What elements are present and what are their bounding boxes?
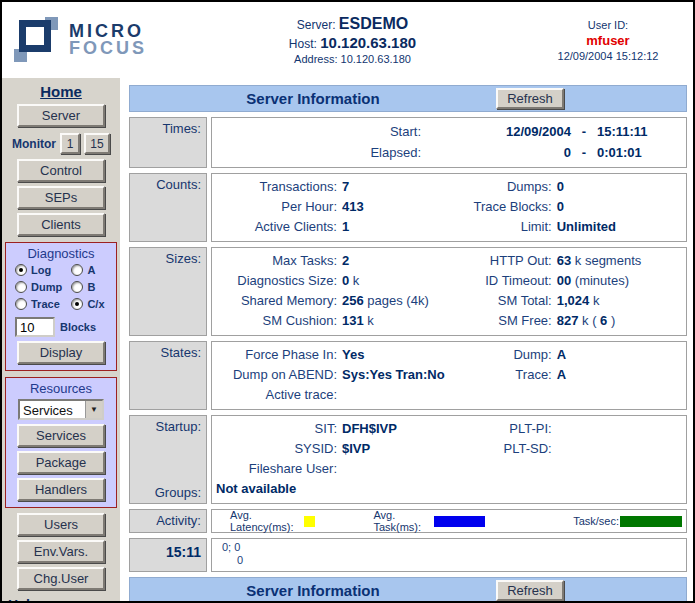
refresh-button-top[interactable]: Refresh xyxy=(496,88,564,109)
blocks-label: Blocks xyxy=(60,321,96,333)
resources-select[interactable]: Services ▼ xyxy=(18,399,104,420)
times-cell: Start:12/09/2004-15:11:11 Elapsed:0-0:01… xyxy=(211,117,687,168)
help-label: Help xyxy=(8,597,120,601)
radio-dump-control[interactable] xyxy=(15,281,27,293)
page-title: Server Information xyxy=(130,90,496,107)
header: MICRO FOCUS Server: ESDEMO Host: 10.120.… xyxy=(2,2,693,78)
user-id-value: mfuser xyxy=(533,33,683,48)
radio-b[interactable]: B xyxy=(71,281,114,293)
radio-trace[interactable]: Trace xyxy=(15,298,71,310)
activity-row: Activity: Avg. Latency(ms): Avg. Task(ms… xyxy=(129,509,687,533)
main-panel: Server Information Refresh Times: Start:… xyxy=(120,78,693,601)
display-button[interactable]: Display xyxy=(17,341,105,364)
timeline-value-1: 0; 0 xyxy=(216,541,682,554)
latency-color-swatch xyxy=(304,516,316,527)
task-sec-legend-label: Task/sec: xyxy=(573,515,619,527)
resources-select-value: Services xyxy=(20,401,85,418)
radio-cx[interactable]: C/x xyxy=(71,298,114,310)
startup-cell: SIT:DFH$IVPPLT-PI: SYSID:$IVPPLT-SD: Fil… xyxy=(211,415,687,504)
package-button[interactable]: Package xyxy=(17,451,105,474)
user-id-label: User ID: xyxy=(533,19,683,31)
startup-row: Startup: Groups: SIT:DFH$IVPPLT-PI: SYSI… xyxy=(129,415,687,504)
blocks-input[interactable] xyxy=(15,317,55,337)
micro-focus-logo: MICRO FOCUS xyxy=(2,17,172,63)
task-sec-color-bar xyxy=(620,516,682,527)
activity-cell: Avg. Latency(ms): Avg. Task(ms): Task/se… xyxy=(211,509,687,533)
monitor-row: Monitor 1 15 xyxy=(2,133,120,154)
radio-a[interactable]: A xyxy=(71,264,114,276)
top-title-bar: Server Information Refresh xyxy=(129,85,687,112)
monitor-1-button[interactable]: 1 xyxy=(60,133,80,154)
sizes-row: Sizes: Max Tasks:2HTTP Out:63 k segments… xyxy=(129,247,687,336)
radio-cx-control[interactable] xyxy=(71,298,83,310)
times-label: Times: xyxy=(129,117,207,168)
radio-dump[interactable]: Dump xyxy=(15,281,71,293)
avg-latency-legend-label: Avg. Latency(ms): xyxy=(230,509,303,533)
resources-title: Resources xyxy=(8,381,114,396)
timeline-cell: 0; 0 0 xyxy=(211,538,687,572)
seps-button[interactable]: SEPs xyxy=(17,186,105,209)
startup-label: Startup: xyxy=(130,419,201,434)
radio-a-control[interactable] xyxy=(71,264,83,276)
refresh-button-bottom[interactable]: Refresh xyxy=(496,580,564,601)
groups-label: Groups: xyxy=(130,485,201,500)
avg-task-legend-label: Avg. Task(ms): xyxy=(373,509,433,533)
server-label: Server: xyxy=(297,18,336,32)
states-cell: Force Phase In:YesDump:A Dump on ABEND:S… xyxy=(211,341,687,410)
bottom-title-bar: Server Information Refresh xyxy=(129,577,687,601)
sizes-cell: Max Tasks:2HTTP Out:63 k segments Diagno… xyxy=(211,247,687,336)
address-line: Address: 10.120.63.180 xyxy=(172,53,533,65)
chevron-down-icon[interactable]: ▼ xyxy=(85,401,102,418)
radio-b-control[interactable] xyxy=(71,281,83,293)
host-value: 10.120.63.180 xyxy=(320,34,416,51)
groups-value: Not available xyxy=(216,479,682,499)
sizes-label: Sizes: xyxy=(129,247,207,336)
states-row: States: Force Phase In:YesDump:A Dump on… xyxy=(129,341,687,410)
radio-trace-control[interactable] xyxy=(15,298,27,310)
clients-button[interactable]: Clients xyxy=(17,213,105,236)
page: MICRO FOCUS Server: ESDEMO Host: 10.120.… xyxy=(0,0,695,603)
timeline-row: 15:11 0; 0 0 xyxy=(129,538,687,572)
monitor-15-button[interactable]: 15 xyxy=(84,133,110,154)
counts-cell: Transactions:7Dumps:0 Per Hour:413Trace … xyxy=(211,173,687,242)
resources-box: Resources Services ▼ Services Package Ha… xyxy=(5,377,117,508)
counts-label: Counts: xyxy=(129,173,207,242)
services-button[interactable]: Services xyxy=(17,424,105,447)
timestamp: 12/09/2004 15:12:12 xyxy=(533,50,683,62)
radio-log-control[interactable] xyxy=(15,264,27,276)
envvars-button[interactable]: Env.Vars. xyxy=(17,540,105,563)
micro-focus-logo-icon xyxy=(14,17,60,63)
server-button[interactable]: Server xyxy=(17,104,105,127)
user-info: User ID: mfuser 12/09/2004 15:12:12 xyxy=(533,19,693,62)
sidebar: Home Server Monitor 1 15 Control SEPs Cl… xyxy=(2,78,120,601)
times-row: Times: Start:12/09/2004-15:11:11 Elapsed… xyxy=(129,117,687,168)
control-button[interactable]: Control xyxy=(17,159,105,182)
page-title-bottom: Server Information xyxy=(130,582,496,599)
diagnostics-title: Diagnostics xyxy=(8,246,114,261)
counts-row: Counts: Transactions:7Dumps:0 Per Hour:4… xyxy=(129,173,687,242)
server-name: ESDEMO xyxy=(339,15,408,32)
monitor-label: Monitor xyxy=(12,137,56,151)
timeline-time-label: 15:11 xyxy=(129,538,207,572)
activity-label: Activity: xyxy=(129,509,207,533)
blocks-row: Blocks xyxy=(15,317,114,337)
home-link[interactable]: Home xyxy=(2,83,120,100)
radio-log[interactable]: Log xyxy=(15,264,71,276)
users-button[interactable]: Users xyxy=(17,513,105,536)
handlers-button[interactable]: Handlers xyxy=(17,478,105,501)
timeline-value-2: 0 xyxy=(216,554,682,567)
diagnostics-box: Diagnostics Log A Dump B Trace C/x Block… xyxy=(5,242,117,371)
chguser-button[interactable]: Chg.User xyxy=(17,567,105,590)
task-ms-color-bar xyxy=(434,516,485,527)
server-identity: Server: ESDEMO Host: 10.120.63.180 Addre… xyxy=(172,15,533,65)
diagnostics-radio-group: Log A Dump B Trace C/x xyxy=(8,264,114,312)
states-label: States: xyxy=(129,341,207,410)
logo-text: MICRO FOCUS xyxy=(69,23,147,57)
startup-label-cell: Startup: Groups: xyxy=(129,415,207,504)
host-label: Host: xyxy=(289,37,317,51)
